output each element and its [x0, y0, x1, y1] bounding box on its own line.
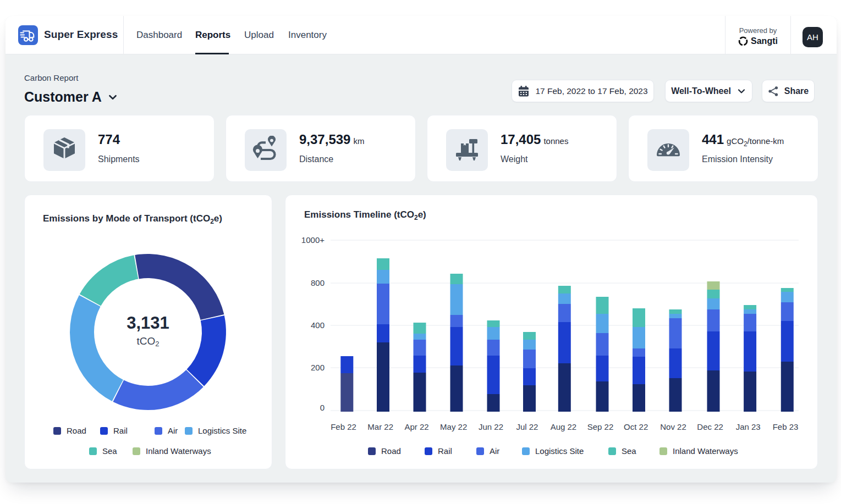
- svg-text:200: 200: [311, 363, 325, 372]
- svg-text:Rail: Rail: [113, 426, 128, 435]
- svg-text:Feb 22: Feb 22: [331, 422, 356, 431]
- svg-text:Mar 22: Mar 22: [367, 422, 393, 431]
- svg-text:1000+: 1000+: [301, 235, 325, 245]
- svg-text:Sep 22: Sep 22: [587, 422, 614, 431]
- svg-text:Inland Waterways: Inland Waterways: [146, 446, 211, 456]
- svg-text:3,131: 3,131: [127, 313, 169, 333]
- svg-text:0: 0: [320, 403, 325, 412]
- svg-text:Air: Air: [168, 426, 178, 435]
- svg-text:Rail: Rail: [438, 446, 452, 456]
- svg-text:Inland Waterways: Inland Waterways: [673, 446, 738, 456]
- svg-text:Logistics Site: Logistics Site: [198, 426, 246, 435]
- svg-text:Jan 23: Jan 23: [736, 422, 761, 431]
- svg-text:Feb 23: Feb 23: [773, 422, 799, 431]
- svg-text:Sea: Sea: [102, 446, 117, 456]
- svg-text:Road: Road: [67, 426, 86, 435]
- svg-text:Oct 22: Oct 22: [624, 422, 648, 431]
- svg-text:Jun 22: Jun 22: [479, 422, 503, 431]
- svg-text:Aug 22: Aug 22: [551, 422, 577, 431]
- svg-text:Sea: Sea: [622, 446, 636, 456]
- svg-text:Dec 22: Dec 22: [697, 422, 723, 431]
- svg-text:Logistics Site: Logistics Site: [535, 446, 584, 456]
- svg-text:800: 800: [311, 278, 325, 287]
- svg-text:400: 400: [311, 320, 325, 330]
- svg-text:May 22: May 22: [440, 422, 467, 431]
- svg-text:Apr 22: Apr 22: [404, 422, 428, 431]
- svg-text:tCO2: tCO2: [136, 335, 159, 348]
- svg-text:Air: Air: [490, 446, 499, 456]
- svg-text:Road: Road: [381, 446, 401, 456]
- svg-text:Nov 22: Nov 22: [660, 422, 686, 431]
- svg-text:Jul 22: Jul 22: [516, 422, 538, 431]
